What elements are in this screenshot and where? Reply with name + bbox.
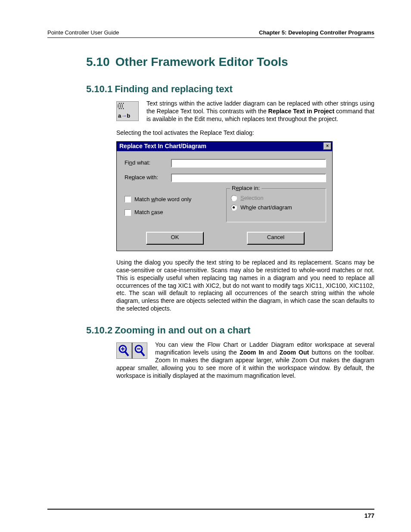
zoom-out-icon (132, 342, 147, 359)
replace-with-input[interactable] (171, 174, 326, 182)
svg-line-1 (125, 352, 128, 356)
ok-button[interactable]: OK (146, 232, 204, 245)
svg-line-5 (141, 352, 144, 356)
body-block: ∴∵∵∴ a→b Text strings within the active … (116, 100, 374, 313)
groupbox-legend: Replace in: (230, 185, 262, 192)
dialog-titlebar[interactable]: Replace Text In Chart/Diagram × (117, 142, 332, 151)
find-what-input[interactable] (171, 159, 326, 168)
paragraph: You can view the Flow Chart or Ladder Di… (116, 341, 374, 380)
whole-chart-radio[interactable] (231, 205, 237, 211)
section-heading: 5.10 Other Framework Editor Tools (86, 55, 374, 69)
subsection-title: Zooming in and out on a chart (115, 325, 250, 336)
replace-text-icon: ∴∵∵∴ a→b (116, 101, 139, 121)
subsection-heading: 5.10.2 Zooming in and out on a chart (86, 325, 374, 336)
dialog-body: Find what: Replace with: Match whole wor… (117, 151, 332, 251)
close-button[interactable]: × (324, 143, 331, 150)
match-whole-word-label: Match whole word only (134, 196, 191, 203)
header-left: Pointe Controller User Guide (47, 29, 119, 36)
find-what-label: Find what: (125, 159, 171, 167)
cancel-button[interactable]: Cancel (247, 232, 305, 245)
replace-in-groupbox: Replace in: Selection Whole chart/diagra… (226, 188, 326, 222)
paragraph: Selecting the tool activates the Replace… (116, 129, 374, 137)
match-whole-word-checkbox[interactable] (125, 196, 131, 202)
selection-radio-label: Selection (240, 195, 263, 202)
subsection-title: Finding and replacing text (115, 84, 233, 94)
zoom-icons (116, 342, 147, 359)
selection-radio (231, 195, 237, 201)
subsection-number: 5.10.1 (86, 84, 112, 95)
whole-chart-radio-label: Whole chart/diagram (240, 204, 292, 212)
page-number: 177 (47, 509, 374, 519)
replace-with-label: Replace with: (125, 174, 171, 181)
subsection-number: 5.10.2 (86, 325, 112, 336)
page-header: Pointe Controller User Guide Chapter 5: … (47, 29, 374, 38)
section-number: 5.10 (86, 55, 112, 69)
paragraph: Text strings within the active ladder di… (116, 100, 374, 123)
section-title: Other Framework Editor Tools (115, 55, 288, 68)
subsection-heading: 5.10.1 Finding and replacing text (86, 84, 374, 95)
content-area: 5.10 Other Framework Editor Tools 5.10.1… (86, 55, 374, 380)
dialog-title: Replace Text In Chart/Diagram (119, 143, 206, 150)
zoom-in-icon (116, 342, 132, 359)
match-case-label: Match case (134, 209, 163, 216)
header-right: Chapter 5: Developing Controller Program… (259, 29, 374, 36)
close-icon: × (326, 143, 329, 148)
page: Pointe Controller User Guide Chapter 5: … (0, 0, 411, 532)
match-case-checkbox[interactable] (125, 209, 131, 216)
body-block: You can view the Flow Chart or Ladder Di… (116, 341, 374, 380)
replace-text-dialog: Replace Text In Chart/Diagram × Find wha… (116, 141, 333, 251)
paragraph: Using the dialog you specify the text st… (116, 259, 374, 313)
